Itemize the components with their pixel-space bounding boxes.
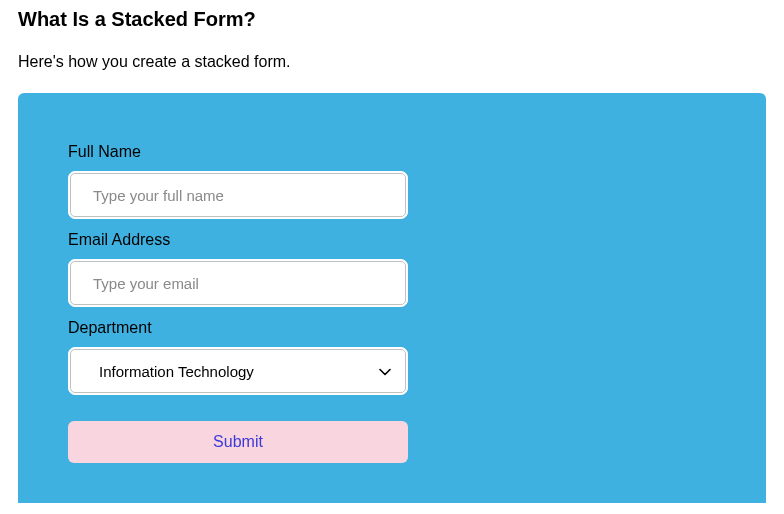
department-label: Department	[68, 319, 716, 337]
form-panel: Full Name Email Address Department Infor…	[18, 93, 766, 503]
form-group-fullname: Full Name	[68, 143, 716, 219]
email-input-border	[68, 259, 408, 307]
fullname-input[interactable]	[70, 173, 406, 217]
page-heading: What Is a Stacked Form?	[18, 8, 766, 31]
fullname-label: Full Name	[68, 143, 716, 161]
form-group-department: Department Information Technology	[68, 319, 716, 395]
email-input[interactable]	[70, 261, 406, 305]
form-group-email: Email Address	[68, 231, 716, 307]
chevron-down-icon	[379, 362, 391, 380]
department-selected-value: Information Technology	[99, 363, 254, 380]
fullname-input-border	[68, 171, 408, 219]
department-select-border: Information Technology	[68, 347, 408, 395]
submit-button[interactable]: Submit	[68, 421, 408, 463]
email-label: Email Address	[68, 231, 716, 249]
intro-text: Here's how you create a stacked form.	[18, 53, 766, 71]
department-select[interactable]: Information Technology	[70, 349, 406, 393]
